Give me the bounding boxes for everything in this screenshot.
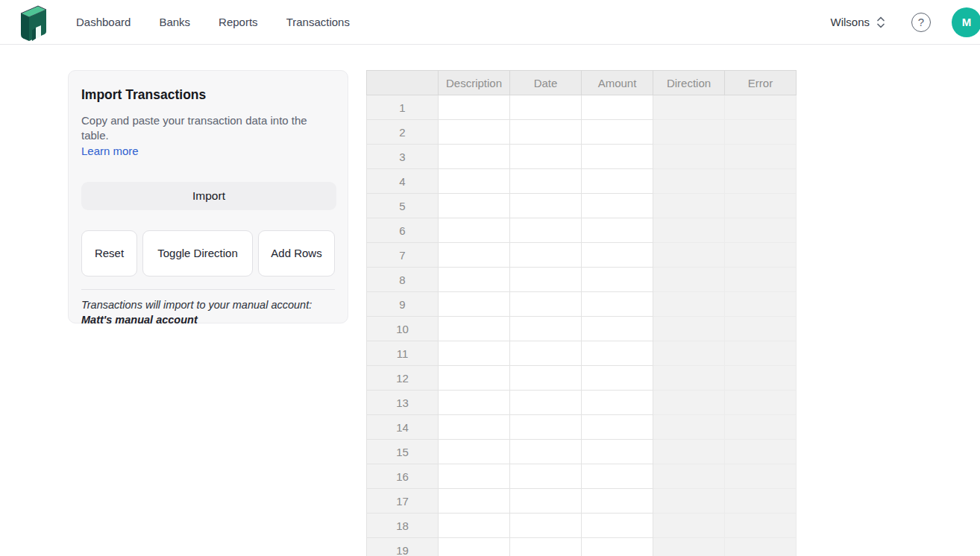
grid-cell-date-row14[interactable] [510,415,582,440]
grid-cell-amount-row12[interactable] [582,366,653,391]
grid-cell-date-row13[interactable] [510,391,582,415]
grid-cell-date-row2[interactable] [510,120,582,145]
grid-cell-error-row18[interactable] [725,514,797,538]
grid-row-number-17[interactable]: 17 [367,489,439,514]
grid-cell-direction-row7[interactable] [653,243,725,268]
grid-row-number-2[interactable]: 2 [367,120,439,145]
grid-row-number-15[interactable]: 15 [367,440,439,464]
import-button[interactable]: Import [81,182,336,210]
grid-column-header-description[interactable]: Description [439,71,510,95]
grid-cell-date-row16[interactable] [510,464,582,489]
grid-cell-description-row13[interactable] [439,391,510,415]
add-rows-button[interactable]: Add Rows [258,230,335,277]
grid-cell-description-row2[interactable] [439,120,510,145]
grid-cell-error-row19[interactable] [725,538,797,556]
grid-cell-error-row9[interactable] [725,292,797,317]
grid-cell-amount-row14[interactable] [582,415,653,440]
grid-cell-amount-row11[interactable] [582,341,653,366]
grid-cell-amount-row6[interactable] [582,218,653,243]
grid-cell-error-row17[interactable] [725,489,797,514]
grid-cell-amount-row7[interactable] [582,243,653,268]
grid-cell-date-row18[interactable] [510,514,582,538]
grid-row-number-11[interactable]: 11 [367,341,439,366]
app-logo-icon[interactable] [18,3,48,42]
grid-cell-error-row5[interactable] [725,194,797,218]
grid-cell-error-row4[interactable] [725,169,797,194]
grid-cell-description-row10[interactable] [439,317,510,341]
grid-cell-error-row3[interactable] [725,145,797,169]
grid-cell-amount-row1[interactable] [582,95,653,120]
grid-cell-direction-row11[interactable] [653,341,725,366]
grid-cell-direction-row1[interactable] [653,95,725,120]
grid-cell-description-row18[interactable] [439,514,510,538]
grid-cell-amount-row2[interactable] [582,120,653,145]
grid-cell-amount-row19[interactable] [582,538,653,556]
grid-cell-description-row17[interactable] [439,489,510,514]
grid-cell-error-row10[interactable] [725,317,797,341]
grid-cell-description-row4[interactable] [439,169,510,194]
grid-cell-error-row14[interactable] [725,415,797,440]
grid-cell-description-row3[interactable] [439,145,510,169]
grid-corner-header[interactable] [367,71,439,95]
grid-cell-description-row9[interactable] [439,292,510,317]
grid-column-header-error[interactable]: Error [725,71,797,95]
grid-column-header-date[interactable]: Date [510,71,582,95]
grid-cell-direction-row10[interactable] [653,317,725,341]
reset-button[interactable]: Reset [81,230,137,277]
grid-cell-description-row7[interactable] [439,243,510,268]
help-icon[interactable]: ? [911,13,931,32]
grid-cell-error-row13[interactable] [725,391,797,415]
nav-reports[interactable]: Reports [219,16,258,28]
grid-cell-amount-row10[interactable] [582,317,653,341]
grid-cell-error-row1[interactable] [725,95,797,120]
grid-cell-amount-row8[interactable] [582,268,653,292]
grid-cell-date-row8[interactable] [510,268,582,292]
grid-cell-amount-row17[interactable] [582,489,653,514]
grid-row-number-7[interactable]: 7 [367,243,439,268]
grid-cell-direction-row6[interactable] [653,218,725,243]
grid-row-number-9[interactable]: 9 [367,292,439,317]
learn-more-link[interactable]: Learn more [81,144,139,159]
user-avatar[interactable]: M [952,7,980,37]
grid-cell-description-row16[interactable] [439,464,510,489]
grid-cell-date-row9[interactable] [510,292,582,317]
grid-cell-amount-row4[interactable] [582,169,653,194]
grid-cell-description-row5[interactable] [439,194,510,218]
grid-cell-amount-row3[interactable] [582,145,653,169]
grid-cell-direction-row16[interactable] [653,464,725,489]
grid-row-number-4[interactable]: 4 [367,169,439,194]
grid-cell-description-row19[interactable] [439,538,510,556]
nav-dashboard[interactable]: Dashboard [76,16,131,28]
grid-cell-date-row3[interactable] [510,145,582,169]
grid-row-number-5[interactable]: 5 [367,194,439,218]
grid-row-number-3[interactable]: 3 [367,145,439,169]
grid-cell-direction-row5[interactable] [653,194,725,218]
workspace-selector[interactable]: Wilsons [830,16,886,29]
grid-row-number-18[interactable]: 18 [367,514,439,538]
grid-cell-direction-row3[interactable] [653,145,725,169]
grid-cell-date-row5[interactable] [510,194,582,218]
grid-cell-direction-row4[interactable] [653,169,725,194]
grid-cell-direction-row19[interactable] [653,538,725,556]
grid-cell-direction-row2[interactable] [653,120,725,145]
grid-row-number-19[interactable]: 19 [367,538,439,556]
nav-transactions[interactable]: Transactions [286,16,350,28]
grid-cell-date-row15[interactable] [510,440,582,464]
grid-row-number-13[interactable]: 13 [367,391,439,415]
grid-cell-direction-row17[interactable] [653,489,725,514]
grid-cell-direction-row14[interactable] [653,415,725,440]
grid-cell-description-row8[interactable] [439,268,510,292]
grid-cell-date-row10[interactable] [510,317,582,341]
grid-cell-date-row1[interactable] [510,95,582,120]
grid-cell-error-row11[interactable] [725,341,797,366]
grid-cell-amount-row16[interactable] [582,464,653,489]
grid-cell-direction-row8[interactable] [653,268,725,292]
grid-cell-direction-row13[interactable] [653,391,725,415]
grid-cell-error-row8[interactable] [725,268,797,292]
grid-row-number-16[interactable]: 16 [367,464,439,489]
grid-cell-error-row12[interactable] [725,366,797,391]
grid-cell-description-row14[interactable] [439,415,510,440]
grid-cell-description-row12[interactable] [439,366,510,391]
grid-cell-direction-row18[interactable] [653,514,725,538]
grid-cell-date-row17[interactable] [510,489,582,514]
